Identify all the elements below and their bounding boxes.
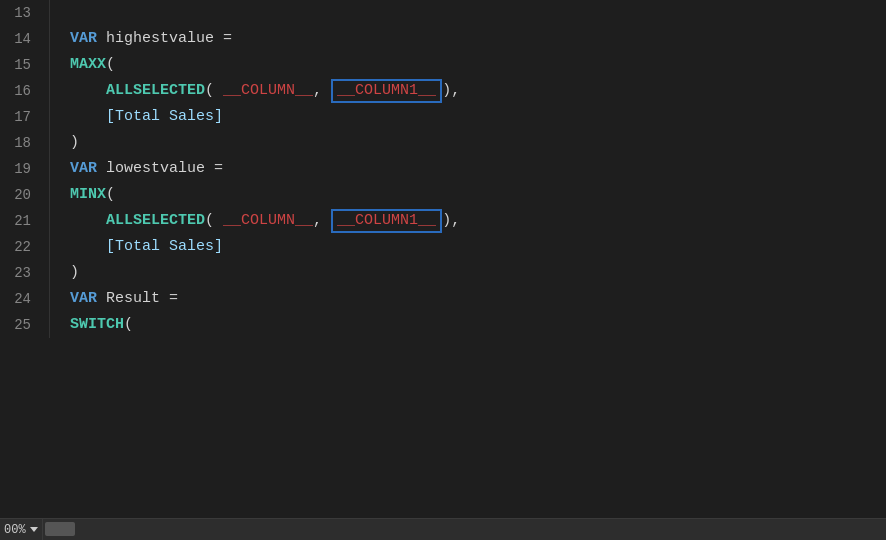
line-content: VAR highestvalue = [50, 26, 232, 52]
token-col-placeholder-highlight: __COLUMN1__ [331, 79, 442, 103]
token-kw-var: VAR [70, 160, 106, 177]
editor-area: 1314VAR highestvalue =15MAXX(16 ALLSELEC… [0, 0, 886, 540]
token-kw-var: VAR [70, 290, 106, 307]
token-punct: ) [70, 134, 79, 151]
token-measure: [Total Sales] [106, 108, 223, 125]
token-equals: = [223, 30, 232, 47]
code-line: 24VAR Result = [0, 286, 886, 312]
code-line: 15MAXX( [0, 52, 886, 78]
line-number: 18 [0, 130, 50, 156]
line-number: 16 [0, 78, 50, 104]
token-kw-allsel: ALLSELECTED [106, 212, 205, 229]
code-line: 21 ALLSELECTED( __COLUMN__, __COLUMN1__)… [0, 208, 886, 234]
token-ident: highestvalue [106, 30, 223, 47]
line-content: ALLSELECTED( __COLUMN__, __COLUMN1__), [50, 78, 460, 104]
line-number: 20 [0, 182, 50, 208]
line-content: ALLSELECTED( __COLUMN__, __COLUMN1__), [50, 208, 460, 234]
token-equals: = [214, 160, 223, 177]
code-line: 20MINX( [0, 182, 886, 208]
horizontal-scrollbar-track[interactable] [43, 519, 886, 540]
zoom-dropdown[interactable]: 00% [4, 523, 38, 537]
token-kw-var: VAR [70, 30, 106, 47]
token-kw-func: MAXX [70, 56, 106, 73]
token-punct: ( [124, 316, 133, 333]
code-line: 13 [0, 0, 886, 26]
line-content: ) [50, 260, 79, 286]
token-punct: , [313, 82, 331, 99]
token-col-placeholder: __COLUMN__ [223, 212, 313, 229]
line-number: 14 [0, 26, 50, 52]
zoom-control[interactable]: 00% [0, 519, 43, 540]
code-line: 19VAR lowestvalue = [0, 156, 886, 182]
line-number: 17 [0, 104, 50, 130]
line-number: 24 [0, 286, 50, 312]
line-number: 15 [0, 52, 50, 78]
token-punct: ( [106, 186, 115, 203]
token-punct: ( [106, 56, 115, 73]
line-content: MINX( [50, 182, 115, 208]
code-line: 14VAR highestvalue = [0, 26, 886, 52]
line-content: [Total Sales] [50, 104, 223, 130]
code-line: 25SWITCH( [0, 312, 886, 338]
token-ident: lowestvalue [106, 160, 214, 177]
token-col-placeholder-highlight: __COLUMN1__ [331, 209, 442, 233]
line-content: SWITCH( [50, 312, 133, 338]
token-measure: [Total Sales] [106, 238, 223, 255]
token-punct: ), [442, 212, 460, 229]
code-line: 22 [Total Sales] [0, 234, 886, 260]
line-number: 23 [0, 260, 50, 286]
line-number: 21 [0, 208, 50, 234]
code-line: 23) [0, 260, 886, 286]
token-punct: , [313, 212, 331, 229]
token-col-placeholder: __COLUMN__ [223, 82, 313, 99]
line-number: 13 [0, 0, 50, 26]
code-line: 18) [0, 130, 886, 156]
token-punct: ( [205, 212, 223, 229]
line-number: 22 [0, 234, 50, 260]
line-content: ) [50, 130, 79, 156]
token-ident: Result [106, 290, 169, 307]
bottom-bar: 00% [0, 518, 886, 540]
line-number: 19 [0, 156, 50, 182]
line-content: MAXX( [50, 52, 115, 78]
zoom-icon [28, 527, 38, 532]
code-line: 17 [Total Sales] [0, 104, 886, 130]
zoom-value: 00% [4, 523, 26, 537]
token-kw-func: MINX [70, 186, 106, 203]
token-kw-allsel: ALLSELECTED [106, 82, 205, 99]
code-line: 16 ALLSELECTED( __COLUMN__, __COLUMN1__)… [0, 78, 886, 104]
line-content: VAR lowestvalue = [50, 156, 223, 182]
token-punct: ), [442, 82, 460, 99]
line-content: VAR Result = [50, 286, 178, 312]
line-content: [Total Sales] [50, 234, 223, 260]
token-punct: ) [70, 264, 79, 281]
code-container: 1314VAR highestvalue =15MAXX(16 ALLSELEC… [0, 0, 886, 518]
token-equals: = [169, 290, 178, 307]
token-kw-func: SWITCH [70, 316, 124, 333]
token-punct: ( [205, 82, 223, 99]
line-number: 25 [0, 312, 50, 338]
horizontal-scrollbar-thumb[interactable] [45, 522, 75, 536]
